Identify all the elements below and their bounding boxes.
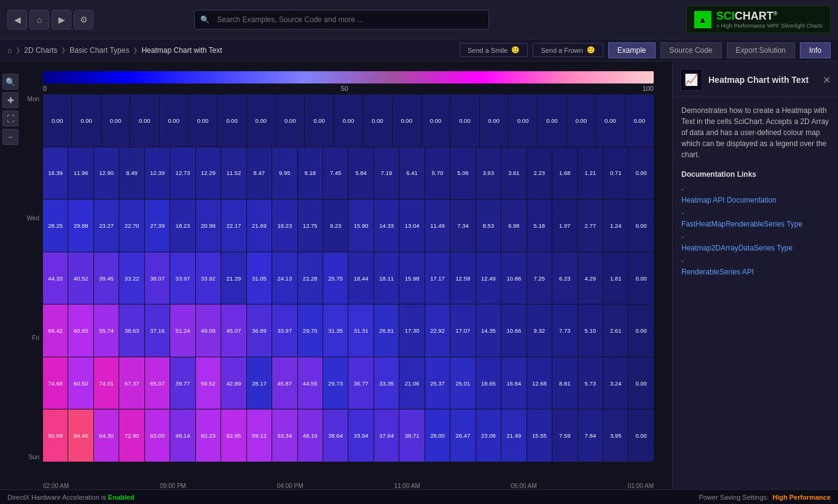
heatmap-cell: 7.45 [323, 147, 348, 200]
tab-source-code[interactable]: Source Code [660, 42, 722, 58]
y-axis: Mon Wed Fri Sun [18, 95, 43, 462]
heatmap-cell: 60.65 [68, 304, 93, 357]
forward-button[interactable]: ▶ [52, 10, 71, 29]
heatmap-cell: 66.42 [43, 304, 68, 357]
tab-example[interactable]: Example [608, 42, 656, 58]
heatmap-cell: 25.75 [323, 252, 348, 304]
heatmap-cell: 2.77 [578, 200, 603, 252]
info-link-fast-heatmap[interactable]: FastHeatMapRenderableSeries Type [681, 219, 829, 230]
heatmap-cell: 0.00 [334, 95, 362, 147]
heatmap-cell: 7.34 [450, 200, 475, 252]
heatmap-cell: 22.28 [298, 252, 323, 304]
breadcrumb-sep-2: ❯ [133, 47, 138, 53]
info-panel: 📈 Heatmap Chart with Text ✕ Demonstrates… [672, 61, 838, 489]
tab-export-solution[interactable]: Export Solution [727, 42, 795, 58]
home-breadcrumb[interactable]: ⌂ [7, 46, 12, 55]
y-label-sun: Sun [28, 454, 39, 460]
heatmap-cell: 3.61 [501, 147, 526, 200]
heatmap-cell: 2.23 [527, 147, 552, 200]
zoom-extents-button[interactable]: ⛶ [2, 110, 18, 126]
left-toolbar: 🔍 ✚ ⛶ − [2, 74, 18, 145]
heatmap-cell: 64.30 [94, 409, 119, 462]
status-enabled: Enabled [108, 494, 135, 501]
heatmap-cell: 26.47 [450, 409, 475, 462]
settings-button[interactable]: ⚙ [74, 10, 93, 29]
heatmap-cell: 38.71 [399, 409, 424, 462]
search-input[interactable] [194, 10, 489, 29]
heatmap-cell: 49.09 [196, 304, 221, 357]
heatmap-cell: 0.00 [625, 95, 654, 147]
heatmap-cell: 0.71 [603, 147, 628, 200]
heatmap-cell: 23.27 [94, 200, 119, 252]
breadcrumb-basic-chart-types[interactable]: Basic Chart Types [69, 46, 129, 55]
heatmap-cell: 3.24 [603, 357, 628, 409]
logo-area: ▲ SCICHART® > High Performance WPF Silve… [686, 6, 831, 33]
heatmap-cell: 74.01 [94, 357, 119, 409]
heatmap-cell: 14.35 [476, 304, 501, 357]
heatmap-cell: 0.00 [538, 95, 566, 147]
heatmap-cell: 18.65 [476, 357, 501, 409]
heatmap-cell: 38.63 [119, 304, 144, 357]
info-link-renderable[interactable]: RenderableSeries API [681, 266, 829, 277]
info-link-heatmap2d[interactable]: Heatmap2DArrayDataSeries Type [681, 242, 829, 254]
heatmap-cell: 1.81 [603, 252, 628, 304]
info-doc-links-title: Documentation Links [681, 169, 829, 180]
minus-button[interactable]: − [2, 129, 18, 145]
heatmap-cell: 65.07 [145, 357, 170, 409]
tab-info[interactable]: Info [800, 42, 831, 58]
heatmap-cell: 51.24 [170, 304, 195, 357]
heatmap-cell: 10.86 [501, 252, 526, 304]
heatmap-cell: 31.35 [323, 304, 348, 357]
status-right: Power Saving Settings: High Performance [699, 494, 831, 501]
heatmap-cell: 0.00 [363, 95, 391, 147]
heatmap-cell: 21.06 [399, 357, 424, 409]
heatmap-cell: 18.11 [374, 252, 399, 304]
heatmap-cell: 4.29 [578, 252, 603, 304]
heatmap-cell: 9.23 [323, 200, 348, 252]
heatmap-cell: 12.49 [476, 252, 501, 304]
heatmap-cell: 3.95 [603, 409, 628, 462]
heatmap-cell: 7.84 [578, 409, 603, 462]
y-label-wed: Wed [27, 215, 39, 222]
back-button[interactable]: ◀ [7, 10, 27, 29]
home-button[interactable]: ⌂ [29, 10, 49, 29]
info-link-heatmap-api[interactable]: Heatmap API Documentation [681, 195, 829, 206]
legend-labels: 0 50 100 [43, 85, 654, 92]
breadcrumb-2d-charts[interactable]: 2D Charts [24, 46, 57, 55]
heatmap-cell: 18.23 [170, 200, 195, 252]
legend-mid: 50 [341, 85, 348, 92]
send-smile-button[interactable]: Send a Smile 🙂 [460, 43, 528, 57]
pan-tool-button[interactable]: ✚ [2, 92, 18, 108]
heatmap-cell: 40.52 [68, 252, 93, 304]
heatmap-cell: 0.00 [567, 95, 595, 147]
search-bar: 🔍 [194, 10, 489, 29]
info-link-2: - Heatmap2DArrayDataSeries Type [681, 231, 829, 254]
info-close-button[interactable]: ✕ [823, 74, 831, 86]
smile-label: Send a Smile [468, 47, 507, 54]
heatmap-cell: 33.97 [272, 304, 297, 357]
status-prefix: DirectX Hardware Acceleration is [7, 494, 106, 501]
heatmap-cell: 26.81 [374, 304, 399, 357]
logo-box: ▲ SCICHART® > High Performance WPF Silve… [686, 6, 831, 33]
heatmap-cell: 39.45 [94, 252, 119, 304]
heatmap-cell: 5.10 [578, 304, 603, 357]
send-frown-button[interactable]: Send a Frown 🙁 [533, 43, 603, 57]
heatmap-cell: 6.23 [552, 252, 577, 304]
heatmap-cell: 0.00 [628, 409, 653, 462]
chart-area: 🔍 ✚ ⛶ − 0 50 100 Mon Wed Fri Sun [0, 61, 672, 489]
heatmap-cell: 0.00 [628, 304, 653, 357]
heatmap-cell: 60.23 [196, 409, 221, 462]
heatmap-cell: 0.00 [628, 252, 653, 304]
heatmap-cell: 37.16 [145, 304, 170, 357]
heatmap-cell: 33.94 [348, 409, 373, 462]
zoom-tool-button[interactable]: 🔍 [2, 74, 18, 90]
status-perf-label: High Performance [772, 494, 831, 501]
heatmap-cell: 11.96 [68, 147, 93, 200]
heatmap-cell: 11.52 [221, 147, 246, 200]
heatmap-cell: 15.98 [399, 252, 424, 304]
heatmap-cell: 0.00 [305, 95, 333, 147]
legend-container: 0 50 100 [43, 71, 654, 92]
heatmap-cell: 1.97 [552, 200, 577, 252]
heatmap-cell: 17.30 [399, 304, 424, 357]
heatmap-cell: 12.73 [170, 147, 195, 200]
